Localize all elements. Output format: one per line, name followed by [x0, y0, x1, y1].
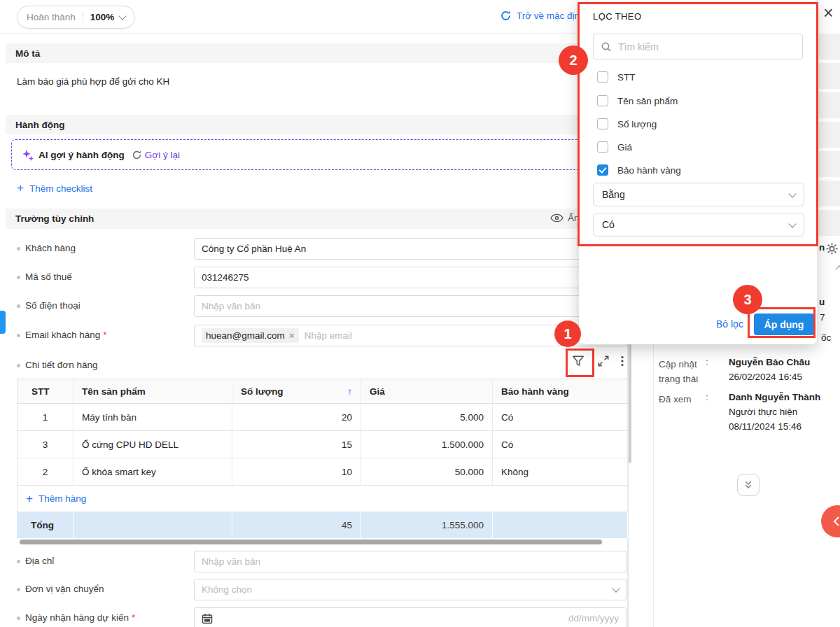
order-detail-label: Chi tiết đơn hàng	[25, 360, 97, 370]
chevron-down-icon	[119, 12, 127, 20]
cell-product: Ổ cứng CPU HD DELL	[74, 431, 232, 458]
close-icon[interactable]: ×	[823, 4, 834, 22]
filter-popup-title: LỌC THEO	[593, 11, 641, 22]
clear-filter-link[interactable]: Bỏ lọc	[716, 318, 743, 330]
hidden-row-stripe	[818, 92, 840, 118]
refresh-icon	[500, 10, 512, 22]
plus-icon: +	[17, 181, 24, 195]
field-bullet	[17, 588, 20, 591]
cell-warranty: Có	[493, 431, 628, 458]
action-section-bar: Hành động	[6, 115, 624, 134]
col-header-price[interactable]: Giá	[361, 379, 493, 403]
filter-option-warranty[interactable]: Bảo hành vàng	[597, 163, 681, 177]
vertical-scrollbar[interactable]	[629, 344, 631, 463]
resuggest-link[interactable]: Gợi ý lại	[145, 150, 180, 160]
add-checklist-link[interactable]: + Thêm checklist	[17, 181, 92, 195]
checkbox[interactable]	[597, 164, 608, 176]
ai-suggest-label: AI gợi ý hành động	[38, 150, 125, 160]
horizontal-scrollbar[interactable]	[20, 540, 602, 544]
apply-filter-button[interactable]: Áp dụng	[754, 314, 814, 335]
hidden-link-fragment[interactable]: ốc	[821, 332, 831, 343]
cell-price: 1.500.000	[361, 431, 493, 458]
status-progress-pill[interactable]: Hoàn thành 100%	[17, 6, 135, 29]
option-label: Bảo hành vàng	[617, 165, 681, 176]
col-header-stt[interactable]: STT	[17, 379, 74, 403]
shipping-select[interactable]: Không chọn	[194, 579, 626, 600]
settings-gear-icon[interactable]	[825, 242, 839, 255]
order-table: STT Tên sản phẩm Số lượng ↑ Giá Bảo hành…	[17, 379, 628, 538]
table-row[interactable]: 3 Ổ cứng CPU HD DELL 15 1.500.000 Có	[17, 431, 628, 458]
value-value: Có	[602, 219, 615, 230]
hidden-row-stripe	[818, 34, 840, 59]
total-amount: 1.555.000	[361, 512, 493, 538]
chevron-down-icon	[612, 584, 620, 592]
hidden-text-fragment: n	[819, 242, 825, 253]
floating-action-button[interactable]	[821, 505, 840, 537]
hidden-text-fragment: u	[819, 297, 825, 307]
reset-default-link[interactable]: Trở về mặc định	[500, 10, 585, 22]
cell-warranty: Không	[493, 458, 628, 485]
table-expand-button[interactable]	[596, 354, 610, 368]
reset-default-label: Trở về mặc định	[517, 10, 585, 21]
cell-warranty: Có	[493, 404, 628, 430]
seen-time: 08/11/2024 15:46	[729, 421, 802, 432]
table-row[interactable]: 1 Máy tính bàn 20 5.000 Có	[17, 404, 628, 431]
address-label: Địa chỉ	[25, 556, 54, 566]
add-row-link[interactable]: + Thêm hàng	[26, 492, 86, 506]
collapse-chevron-up-icon[interactable]	[835, 265, 840, 273]
table-more-button[interactable]	[617, 354, 628, 368]
checkbox[interactable]	[597, 95, 608, 106]
field-bullet	[17, 560, 20, 563]
checkbox[interactable]	[597, 118, 608, 129]
cell-quantity: 15	[232, 431, 361, 458]
annotation-badge-3: 3	[733, 285, 762, 314]
filter-operator-select[interactable]: Bằng	[593, 183, 804, 206]
action-title: Hành động	[15, 120, 65, 130]
status-update-time: 26/02/2024 16:45	[729, 372, 802, 382]
date-placeholder: dd/mm/yyyy	[568, 613, 619, 624]
table-filter-button[interactable]	[571, 354, 585, 368]
hidden-row-stripe	[818, 151, 840, 177]
cell-stt: 1	[17, 404, 74, 430]
collapse-panel-button[interactable]	[737, 474, 760, 496]
checkbox[interactable]	[597, 141, 608, 153]
filter-search-input[interactable]: Tìm kiếm	[593, 34, 803, 59]
field-bullet	[17, 247, 20, 251]
phone-input[interactable]	[194, 295, 626, 317]
filter-option-product[interactable]: Tên sản phẩm	[597, 94, 678, 108]
col-header-product[interactable]: Tên sản phẩm	[74, 379, 232, 403]
table-total-row: Tổng 45 1.555.000	[17, 512, 628, 538]
annotation-badge-1: 1	[554, 320, 581, 347]
side-tab-indicator[interactable]	[0, 311, 6, 334]
hidden-row-stripe	[818, 210, 840, 236]
customer-input[interactable]	[194, 238, 626, 260]
table-row[interactable]: 2 Ổ khóa smart key 10 50.000 Không	[17, 458, 628, 486]
cell-product: Ổ khóa smart key	[74, 458, 232, 485]
description-body: Làm báo giá phù hợp để gửi cho KH	[17, 76, 169, 87]
filter-value-select[interactable]: Có	[593, 213, 804, 237]
filter-option-price[interactable]: Giá	[597, 140, 632, 154]
cell-quantity: 10	[232, 458, 361, 485]
checkbox[interactable]	[597, 71, 608, 83]
filter-option-quantity[interactable]: Số lượng	[597, 117, 657, 131]
description-title: Mô tả	[15, 48, 40, 59]
sort-ascending-icon[interactable]: ↑	[347, 386, 352, 397]
colon: :	[706, 357, 708, 367]
cell-product: Máy tính bàn	[74, 404, 232, 430]
row-label: Đã xem	[659, 392, 702, 407]
hide-empty-fields-toggle[interactable]: Ẩn	[550, 213, 580, 223]
chip-remove-icon[interactable]: ×	[289, 330, 295, 341]
address-input[interactable]	[194, 551, 626, 572]
col-header-quantity[interactable]: Số lượng ↑	[232, 379, 361, 403]
ai-suggestion-box[interactable]: AI gợi ý hành động Gợi ý lại	[11, 139, 623, 170]
sparkle-icon	[22, 149, 34, 162]
search-placeholder: Tìm kiếm	[618, 41, 659, 52]
tax-input[interactable]	[194, 267, 626, 288]
col-header-warranty[interactable]: Bảo hành vàng	[493, 379, 628, 403]
filter-option-stt[interactable]: STT	[597, 70, 636, 84]
progress-value: 100%	[90, 12, 115, 22]
cell-price: 50.000	[361, 458, 493, 485]
seen-role: Người thực hiện	[729, 407, 797, 417]
delivery-date-input[interactable]: dd/mm/yyyy	[194, 607, 626, 627]
tax-label: Mã số thuế	[25, 272, 72, 282]
